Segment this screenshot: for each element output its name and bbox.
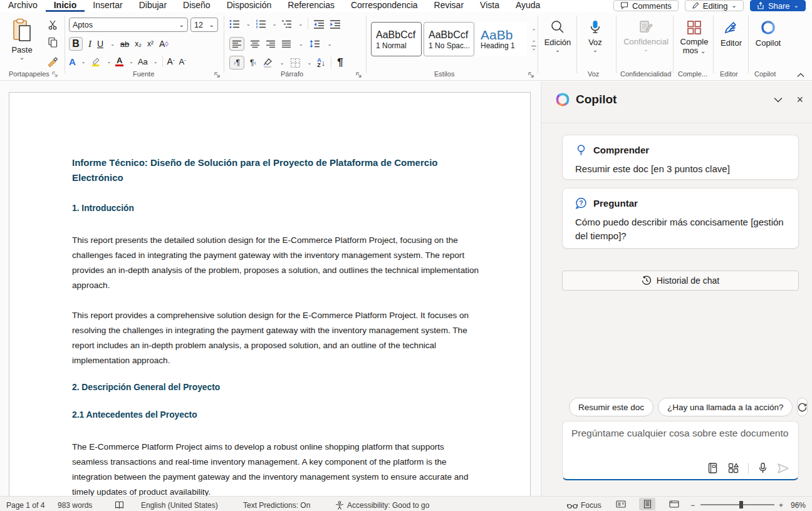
document-page[interactable]: Informe Técnico: Diseño de Solución para… (9, 92, 531, 511)
style-heading1[interactable]: AaBb Heading 1 (476, 22, 527, 56)
highlight-color-button[interactable] (90, 56, 102, 67)
share-button[interactable]: Share ⌄ (750, 0, 806, 11)
mic-icon[interactable] (757, 462, 768, 474)
clear-formatting-button[interactable]: A◊ (159, 39, 169, 49)
subscript-button[interactable]: x₂ (135, 39, 142, 48)
bold-button[interactable]: B (69, 37, 83, 51)
editor-button[interactable]: Editor (717, 19, 746, 48)
print-layout-button[interactable] (639, 498, 655, 510)
zoom-percentage[interactable]: 96% (791, 501, 806, 510)
menu-tab-inicio[interactable]: Inicio (46, 0, 85, 12)
suggestion-chip-resumir[interactable]: Resumir este doc (569, 398, 653, 416)
align-center-button[interactable] (251, 40, 260, 48)
shading-button[interactable] (262, 57, 273, 68)
accessibility-status[interactable]: Accessibility: Good to go (335, 501, 429, 510)
notebook-icon[interactable] (707, 462, 719, 474)
zoom-in-button[interactable]: + (779, 501, 783, 510)
font-name-combo[interactable]: Aptos⌄ (69, 18, 188, 32)
page-indicator[interactable]: Page 1 of 4 (6, 501, 44, 510)
copilot-card-comprender[interactable]: Comprender Resumir este doc [en 3 puntos… (562, 135, 799, 180)
doc-heading-2-1: 2.1 Antecedentes del Proyecto (72, 408, 487, 422)
suggestion-chip-llamada[interactable]: ¿Hay una llamada a la acción? (658, 398, 793, 416)
format-painter-button[interactable] (46, 56, 59, 68)
read-mode-button[interactable] (613, 498, 629, 510)
style-normal[interactable]: AaBbCcf 1 Normal (371, 22, 422, 56)
menu-tab-diseno[interactable]: Diseño (175, 0, 219, 12)
menu-tab-correspondencia[interactable]: Correspondencia (343, 0, 426, 12)
styles-scroll-down-icon[interactable]: ⌄ (531, 37, 536, 43)
superscript-button[interactable]: x² (147, 39, 154, 48)
decrease-indent-button[interactable] (313, 19, 325, 29)
justify-button[interactable] (282, 40, 291, 48)
text-predictions[interactable]: Text Predictions: On (243, 501, 310, 510)
panel-close-icon[interactable]: × (796, 93, 803, 106)
editing-group-button[interactable]: Edición ⌄ (543, 19, 573, 53)
font-dialog-launcher[interactable] (214, 72, 220, 78)
dialog-launcher-icon[interactable] (52, 71, 58, 77)
rtl-direction-button[interactable]: ¶‹ (250, 58, 256, 67)
doc-paragraph: This report provides a comprehensive sol… (72, 308, 482, 368)
underline-button[interactable]: U (97, 39, 103, 49)
cut-button[interactable] (48, 19, 58, 30)
shrink-font-button[interactable]: Aˇ (179, 57, 186, 66)
panel-collapse-icon[interactable] (774, 97, 783, 103)
web-layout-button[interactable] (666, 498, 682, 510)
copilot-card-preguntar[interactable]: ? Preguntar Cómo puedo describir más con… (562, 188, 799, 249)
italic-button[interactable]: I (88, 39, 91, 49)
styles-dialog-launcher[interactable] (528, 72, 534, 78)
font-size-combo[interactable]: 12⌄ (190, 18, 218, 32)
send-icon[interactable] (777, 463, 789, 474)
font-color-button[interactable]: A (115, 57, 123, 66)
editing-mode-button[interactable]: Editing ⌄ (685, 0, 744, 11)
addins-button[interactable]: Complemos ⌄ (677, 19, 712, 55)
align-left-button[interactable] (229, 37, 244, 51)
language-indicator[interactable]: English (United States) (141, 501, 218, 510)
line-spacing-button[interactable] (310, 39, 320, 48)
grow-font-button[interactable]: Aˆ (167, 56, 175, 66)
sort-button[interactable]: AZ↓ (317, 58, 325, 68)
styles-scroll-up-icon[interactable]: ⌃ (531, 28, 536, 34)
zoom-slider[interactable] (700, 504, 774, 505)
numbered-list-button[interactable] (256, 19, 266, 29)
zoom-out-button[interactable]: − (690, 501, 695, 510)
clipboard-group-label: Portapapeles (9, 70, 58, 78)
copilot-ribbon-button[interactable]: Copilot (752, 19, 784, 48)
menu-tab-disposicion[interactable]: Disposición (219, 0, 280, 12)
microphone-icon (588, 19, 603, 34)
collapse-ribbon-icon[interactable] (797, 73, 804, 78)
menu-tab-revisar[interactable]: Revisar (426, 0, 472, 12)
word-count[interactable]: 983 words (58, 501, 92, 510)
chat-history-button[interactable]: Historial de chat (562, 271, 799, 291)
strikethrough-button[interactable]: ab (120, 39, 129, 49)
copilot-input[interactable] (571, 428, 789, 454)
paste-button[interactable]: Paste ⌄ (11, 18, 33, 61)
align-right-button[interactable] (266, 40, 276, 48)
change-case-button[interactable]: Aa (138, 57, 148, 66)
paragraph-dialog-launcher[interactable] (356, 72, 362, 78)
multilevel-list-button[interactable] (281, 19, 292, 29)
menu-tab-ayuda[interactable]: Ayuda (508, 0, 548, 12)
menu-tab-dibujar[interactable]: Dibujar (131, 0, 175, 12)
bullet-list-button[interactable] (229, 19, 240, 29)
styles-more-icon[interactable]: ⌄ (531, 46, 536, 50)
copy-button[interactable] (48, 37, 58, 48)
voice-button[interactable]: Voz ⌄ (581, 19, 609, 53)
increase-indent-button[interactable] (330, 19, 341, 29)
status-bar: Page 1 of 4 983 words English (United St… (0, 496, 812, 511)
menu-tab-vista[interactable]: Vista (472, 0, 508, 12)
ltr-direction-button[interactable]: ›¶ (229, 56, 244, 70)
zoom-slider-thumb[interactable] (739, 501, 743, 508)
refresh-suggestions-button[interactable] (797, 398, 808, 416)
menu-tab-insertar[interactable]: Insertar (85, 0, 130, 12)
menu-tab-referencias[interactable]: Referencias (279, 0, 343, 12)
sensitivity-button[interactable]: Confidencial ⌄ (622, 19, 670, 53)
comments-button[interactable]: Comments (613, 0, 679, 11)
style-no-spacing[interactable]: AaBbCcf 1 No Spac... (424, 22, 474, 56)
show-marks-button[interactable]: ¶ (337, 56, 343, 69)
borders-button[interactable] (290, 58, 301, 68)
proofing-book-icon[interactable] (115, 501, 124, 509)
menu-tab-archivo[interactable]: Archivo (0, 0, 46, 12)
text-effects-button[interactable]: A (69, 56, 76, 67)
apps-icon[interactable] (727, 462, 739, 474)
focus-mode-button[interactable]: Focus (567, 501, 601, 510)
